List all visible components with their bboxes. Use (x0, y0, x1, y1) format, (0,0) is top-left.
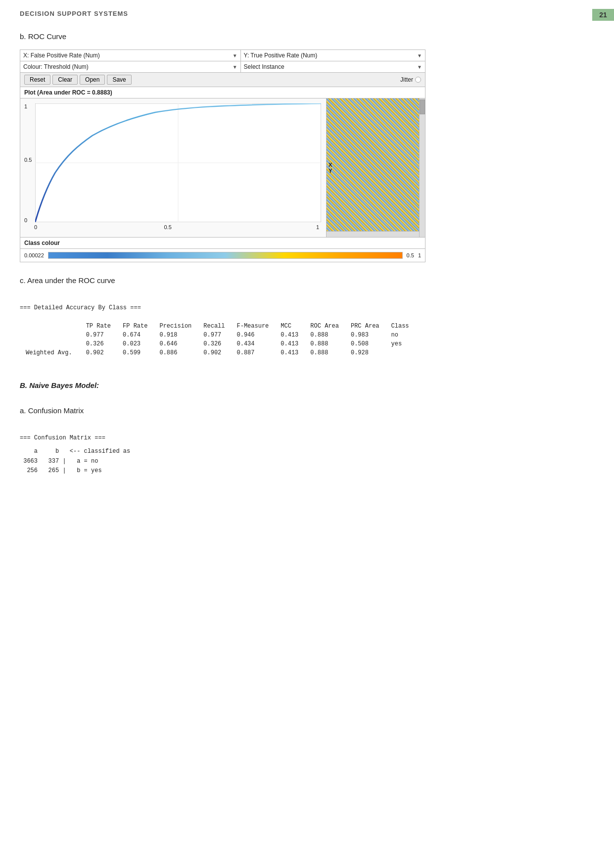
row-tp-w: 0.902 (80, 348, 117, 357)
area-roc-heading: c. Area under the ROC curve (20, 276, 594, 285)
row-recall-w: 0.902 (197, 348, 231, 357)
row-tp-no: 0.977 (80, 331, 117, 339)
col-fp-rate: FP Rate (117, 322, 153, 331)
confusion-matrix-line-3: 256 265 | b = yes (20, 466, 594, 476)
y-dropdown-arrow[interactable]: ▼ (417, 53, 422, 58)
row-fp-no: 0.674 (117, 331, 153, 339)
roc-widget: X: False Positive Rate (Num) ▼ Y: True P… (20, 49, 425, 262)
row-recall-no: 0.977 (197, 331, 231, 339)
naive-bayes-section: B. Naive Bayes Model: a. Confusion Matri… (20, 371, 594, 476)
jitter-label-text: Jitter (400, 76, 413, 83)
accuracy-table: TP Rate FP Rate Precision Recall F-Measu… (20, 322, 415, 357)
instance-dropdown-arrow[interactable]: ▼ (417, 64, 422, 70)
confusion-matrix-line-1: a b <-- classified as (20, 447, 594, 456)
page-number: 21 (592, 9, 614, 21)
row-prec-w: 0.886 (153, 348, 197, 357)
row-prec-no: 0.918 (153, 331, 197, 339)
save-button[interactable]: Save (107, 75, 131, 85)
row-fp-yes: 0.023 (117, 339, 153, 348)
row-prc-yes: 0.508 (345, 339, 385, 348)
y-label: Y (329, 168, 332, 174)
reset-button[interactable]: Reset (24, 75, 50, 85)
col-precision: Precision (153, 322, 197, 331)
row-prc-w: 0.928 (345, 348, 385, 357)
roc-main-chart: 1 0.5 0 0 0.5 1 (20, 98, 326, 237)
area-roc-section: c. Area under the ROC curve === Detailed… (20, 276, 594, 357)
clear-button[interactable]: Clear (52, 75, 78, 85)
y-tick-0: 0 (24, 217, 27, 223)
naive-bayes-heading: B. Naive Bayes Model: (20, 381, 594, 389)
table-header-row: TP Rate FP Rate Precision Recall F-Measu… (20, 322, 415, 331)
roc-buttons-row: Reset Clear Open Save Jitter (20, 73, 425, 87)
confusion-matrix-line-2: 3663 337 | a = no (20, 457, 594, 466)
col-tp-rate: TP Rate (80, 322, 117, 331)
open-button[interactable]: Open (80, 75, 105, 85)
row-recall-yes: 0.326 (197, 339, 231, 348)
accuracy-header: === Detailed Accuracy By Class === (20, 303, 594, 313)
colour-dropdown-label: Colour: Threshold (Num) (23, 63, 231, 70)
col-roc-area: ROC Area (304, 322, 345, 331)
col-prc-area: PRC Area (345, 322, 385, 331)
row-fm-w: 0.887 (231, 348, 275, 357)
class-colour-section: Class colour 0.00022 0.5 1 (20, 238, 425, 262)
row-roc-no: 0.888 (304, 331, 345, 339)
doc-title: DECISION SUPPORT SYSTEMS (20, 10, 594, 17)
col-recall: Recall (197, 322, 231, 331)
scrollbar-thumb[interactable] (420, 99, 425, 114)
class-colour-label: Class colour (20, 238, 425, 249)
row-prc-no: 0.983 (345, 331, 385, 339)
row-prec-yes: 0.646 (153, 339, 197, 348)
roc-curve-section: b. ROC Curve X: False Positive Rate (Num… (20, 32, 594, 262)
row-roc-yes: 0.888 (304, 339, 345, 348)
slider-mid: 0.5 (407, 252, 414, 258)
colour-dropdown[interactable]: Colour: Threshold (Num) ▼ (20, 61, 241, 72)
jitter-radio[interactable] (415, 77, 421, 83)
plot-label: Plot (Area under ROC = 0.8883) (20, 87, 425, 98)
x-tick-05: 0.5 (164, 224, 171, 230)
row-mcc-no: 0.413 (275, 331, 304, 339)
table-row: 0.326 0.023 0.646 0.326 0.434 0.413 0.88… (20, 339, 415, 348)
instance-dropdown[interactable]: Select Instance ▼ (241, 61, 425, 72)
col-fmeasure: F-Measure (231, 322, 275, 331)
y-dropdown-label: Y: True Positive Rate (Num) (244, 52, 416, 59)
scrollbar-vertical[interactable] (419, 98, 425, 237)
roc-curve-svg (35, 103, 321, 222)
slider-max: 1 (418, 252, 421, 258)
col-class: Class (385, 322, 415, 331)
roc-chart-area: 1 0.5 0 0 0.5 1 (20, 98, 425, 238)
row-class-w (385, 348, 415, 357)
slider-min: 0.00022 (24, 252, 44, 258)
roc-controls-row2: Colour: Threshold (Num) ▼ Select Instanc… (20, 61, 425, 73)
colour-slider-row: 0.00022 0.5 1 (20, 249, 425, 262)
xy-labels: X Y (329, 162, 332, 174)
x-dropdown-arrow[interactable]: ▼ (233, 53, 237, 58)
jitter-control: Jitter (400, 76, 421, 83)
col-spacer (20, 322, 80, 331)
row-fp-w: 0.599 (117, 348, 153, 357)
roc-controls-row1: X: False Positive Rate (Num) ▼ Y: True P… (20, 50, 425, 61)
row-label-weighted: Weighted Avg. (20, 348, 80, 357)
y-tick-05: 0.5 (24, 157, 32, 163)
row-label-no (20, 331, 80, 339)
row-roc-w: 0.888 (304, 348, 345, 357)
confusion-matrix-header: === Confusion Matrix === (20, 434, 594, 443)
y-dropdown[interactable]: Y: True Positive Rate (Num) ▼ (241, 50, 425, 61)
table-row-weighted: Weighted Avg. 0.902 0.599 0.886 0.902 0.… (20, 348, 415, 357)
x-tick-0: 0 (34, 224, 37, 230)
row-fm-no: 0.946 (231, 331, 275, 339)
row-label-yes (20, 339, 80, 348)
row-mcc-yes: 0.413 (275, 339, 304, 348)
colour-dropdown-arrow[interactable]: ▼ (233, 64, 237, 70)
row-fm-yes: 0.434 (231, 339, 275, 348)
row-mcc-w: 0.413 (275, 348, 304, 357)
confusion-matrix-heading: a. Confusion Matrix (20, 406, 594, 415)
roc-side-panel: X Y (326, 98, 425, 237)
row-class-no: no (385, 331, 415, 339)
colour-bar[interactable] (48, 252, 403, 259)
row-class-yes: yes (385, 339, 415, 348)
row-tp-yes: 0.326 (80, 339, 117, 348)
x-dropdown[interactable]: X: False Positive Rate (Num) ▼ (20, 50, 241, 61)
x-dropdown-label: X: False Positive Rate (Num) (23, 52, 231, 59)
scrollbar-horizontal[interactable] (327, 231, 419, 237)
roc-curve-heading: b. ROC Curve (20, 32, 594, 41)
